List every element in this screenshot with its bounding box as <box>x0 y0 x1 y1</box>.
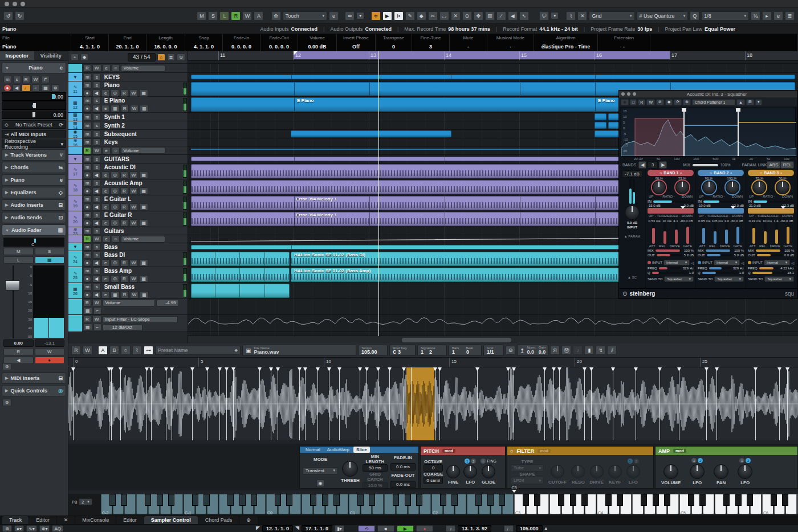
track-ctl-3[interactable]: ⊙ <box>111 275 119 283</box>
event[interactable] <box>595 130 620 137</box>
band-power-icon[interactable]: ○ <box>760 171 762 175</box>
track-ctl-1[interactable]: ◀ <box>92 275 100 283</box>
metronome-icon[interactable]: ⊚ <box>2 525 12 532</box>
horizontal-scrollbar[interactable] <box>188 335 798 343</box>
track-row-bass[interactable]: ▼msBass <box>68 243 188 251</box>
fader-monitor-button[interactable]: ◀ <box>3 357 34 364</box>
track-m-button[interactable]: m <box>83 81 92 89</box>
section-icon[interactable]: ◎ <box>58 388 63 394</box>
track-ctl-3[interactable]: ⊙ <box>111 203 119 211</box>
info-field[interactable]: Fine-Tune3 <box>412 34 450 51</box>
black-key[interactable] <box>653 494 659 506</box>
slice-marker[interactable] <box>151 367 152 440</box>
sc-input-select[interactable]: Internal▾ <box>663 260 690 265</box>
punch-lock-icon[interactable]: ▮▾ <box>335 525 344 532</box>
section-icon[interactable]: ≒ <box>58 165 63 170</box>
track-row-e-guitar-r[interactable]: ∿20msE Guitar R●◀e⊙RW▦ <box>68 211 188 227</box>
track-ctl-3[interactable]: ⊙ <box>111 219 119 227</box>
slice-marker[interactable] <box>172 367 172 440</box>
param-slider[interactable] <box>663 223 666 244</box>
black-key[interactable] <box>157 494 163 506</box>
black-key[interactable] <box>369 494 375 506</box>
coarse-value[interactable]: 0 semi <box>424 477 443 484</box>
automation-value[interactable]: 12 dB/Oct <box>103 324 142 331</box>
track-ctl-0[interactable]: ● <box>83 259 91 267</box>
param-slider[interactable] <box>736 223 739 244</box>
track-m-button[interactable]: m <box>83 227 92 235</box>
slice-marker[interactable] <box>317 367 318 440</box>
filter-shape-select[interactable]: LP24▾ <box>511 477 544 484</box>
band-q-slider[interactable] <box>652 272 687 274</box>
quantize-value-select[interactable]: 1/8▾ <box>701 11 749 21</box>
zoom-tool[interactable]: ⊙ <box>462 11 472 21</box>
slice-marker[interactable] <box>559 367 560 440</box>
black-key[interactable] <box>416 494 422 506</box>
track-ctl-1[interactable]: ◀ <box>92 219 100 227</box>
signature-field[interactable]: Signature12 <box>417 345 447 356</box>
track-s-button[interactable]: s <box>93 73 101 81</box>
track-ctl-5[interactable]: W <box>129 203 139 211</box>
band-q-slider[interactable] <box>752 272 786 274</box>
track-ctl-4[interactable]: ▦ <box>41 84 50 92</box>
track-ctl-0[interactable]: ● <box>3 84 11 92</box>
automation-read-button[interactable]: R <box>83 235 91 243</box>
track-s-button[interactable]: s <box>93 97 101 104</box>
lfo-2-badge[interactable]: 2 <box>634 459 639 464</box>
volume-knob-0[interactable] <box>663 464 678 479</box>
folder-icon[interactable]: ▼ <box>73 157 78 162</box>
preset-nav-icon[interactable]: ▲ <box>736 99 745 105</box>
black-key[interactable] <box>664 494 670 506</box>
sc-listen-icon[interactable]: ◁ <box>741 261 744 265</box>
sc-input-select[interactable]: Internal▾ <box>764 260 790 265</box>
track-ctl-6[interactable]: ▦ <box>139 203 148 211</box>
bottom-tab-chord-pads[interactable]: Chord Pads <box>198 516 239 524</box>
track-m-button[interactable]: m <box>83 97 92 104</box>
info-field[interactable]: Musical Mode- <box>487 34 534 51</box>
info-field[interactable]: Fade-In0. 0. 0. 0 <box>223 34 260 51</box>
sc-listen-icon[interactable]: ◁ <box>691 261 694 265</box>
track-m-button[interactable]: m <box>83 138 92 146</box>
track-m-button[interactable]: m <box>83 243 92 251</box>
automation-parameter[interactable]: Input Filter - LC-Slope <box>103 316 178 323</box>
track-m-button[interactable]: m <box>83 130 92 138</box>
plugin-tool-7[interactable]: ⊛ <box>683 99 691 105</box>
track-s-button[interactable]: s <box>93 179 101 187</box>
root-key-marker[interactable]: C3 <box>510 486 518 493</box>
track-s-button[interactable]: s <box>93 251 101 259</box>
fader-handle[interactable] <box>5 280 20 290</box>
min-length-value[interactable]: 50 ms <box>363 464 388 472</box>
plugin-spectrum-display[interactable]: 151050-5-10-15dB <box>621 108 796 157</box>
track-title-section[interactable]: ▼Pianoe <box>2 62 66 73</box>
track-ctl-0[interactable]: ● <box>83 291 91 298</box>
param-slider[interactable] <box>764 223 767 244</box>
black-key[interactable] <box>747 494 753 506</box>
tab-normal[interactable]: Normal <box>303 447 323 453</box>
volume-handle[interactable] <box>52 94 55 99</box>
close-tab-icon[interactable]: ✕ <box>57 516 75 524</box>
plugin-preset-field[interactable]: Chord Pattener 1 <box>692 99 735 105</box>
track-ctl-0[interactable]: ● <box>83 171 91 179</box>
mix-slider[interactable] <box>693 164 718 166</box>
info-field[interactable]: Mute- <box>450 34 487 51</box>
audio-activity-icon[interactable]: ∿▾ <box>26 525 37 532</box>
track-s-button[interactable]: s <box>93 283 101 290</box>
section-track-versions[interactable]: ▶Track Versions⑂ <box>2 149 66 161</box>
fader-record-button[interactable]: ● <box>35 357 65 364</box>
band-mix-slider[interactable] <box>756 249 783 252</box>
track-ctl-1[interactable]: ◀ <box>92 259 100 267</box>
band-header[interactable]: ○BAND 1▪ <box>648 170 694 176</box>
tab-inspector[interactable]: Inspector <box>0 51 34 60</box>
midi-activity-icon[interactable]: ⊕▾ <box>39 525 50 532</box>
send-to-select[interactable]: Squasher▾ <box>664 276 694 282</box>
black-key[interactable] <box>405 494 411 506</box>
track-ctl-3[interactable]: ⌐ <box>32 84 40 92</box>
track-m-button[interactable]: m <box>83 195 92 203</box>
track-ctl-1[interactable]: ◀ <box>92 203 100 211</box>
right-locator-value[interactable]: 17. 1. 1. 0 <box>302 525 332 532</box>
track-row-keys[interactable]: ≋16msKeys <box>68 138 188 146</box>
track-ctl-5[interactable]: W <box>130 291 139 298</box>
automation-write-button[interactable]: W <box>92 147 101 154</box>
param-slider[interactable] <box>775 223 778 244</box>
fader-aux-0[interactable]: L <box>3 256 34 264</box>
slice-marker[interactable] <box>389 367 390 440</box>
